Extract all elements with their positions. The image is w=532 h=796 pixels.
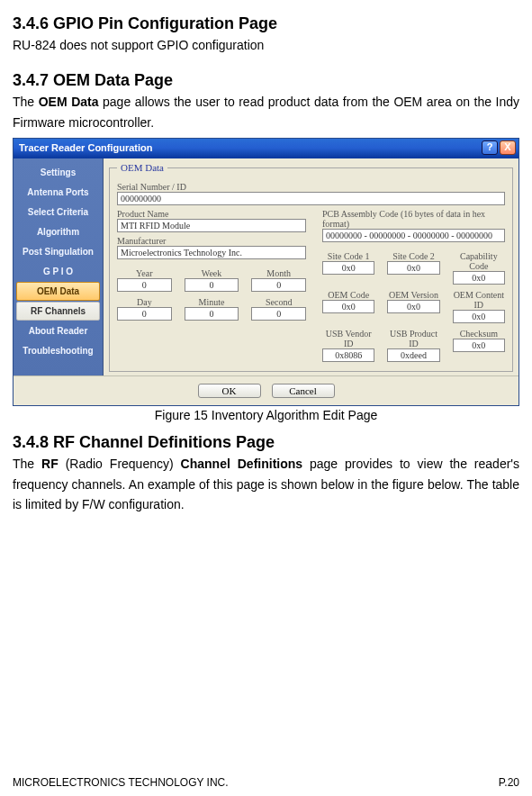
text-348: The RF (Radio Frequency) Channel Definit… — [13, 454, 519, 514]
content-pane: OEM Data Serial Number / ID 000000000 Pr… — [104, 158, 518, 375]
text-347-bold: OEM Data — [39, 95, 99, 109]
cap-field[interactable]: 0x0 — [453, 271, 505, 285]
button-bar: OK Cancel — [14, 375, 518, 405]
oemcode-field[interactable]: 0x0 — [322, 300, 374, 313]
footer-page: P.20 — [499, 776, 519, 789]
year-field[interactable]: 0 — [117, 278, 172, 292]
checksum-label: Checksum — [453, 329, 505, 339]
window-title: Tracer Reader Configuration — [19, 142, 153, 153]
text-348-b2: Channel Definitions — [181, 457, 303, 471]
heading-346: 3.4.6 GPIO Pin Configuration Page — [13, 14, 519, 33]
week-field[interactable]: 0 — [185, 278, 239, 292]
sidebar-item-antenna[interactable]: Antenna Ports — [16, 183, 100, 202]
year-label: Year — [117, 268, 172, 278]
sidebar-item-about[interactable]: About Reader — [16, 321, 100, 340]
oem-fieldset: OEM Data Serial Number / ID 000000000 Pr… — [109, 162, 513, 372]
product-id-field[interactable]: 0xdeed — [387, 348, 439, 362]
heading-347: 3.4.7 OEM Data Page — [13, 71, 519, 90]
ok-button[interactable]: OK — [198, 384, 261, 398]
pcb-field[interactable]: 00000000 - 00000000 - 00000000 - 0000000… — [322, 229, 505, 242]
close-button[interactable]: X — [500, 140, 516, 155]
sidebar-item-gpio[interactable]: G P I O — [16, 262, 100, 281]
day-field[interactable]: 0 — [117, 307, 172, 321]
titlebar[interactable]: Tracer Reader Configuration ? X — [14, 139, 518, 158]
serial-field[interactable]: 000000000 — [117, 192, 505, 205]
oemid-label: OEM Content ID — [453, 290, 505, 310]
help-button[interactable]: ? — [482, 140, 498, 155]
fieldset-legend: OEM Data — [117, 162, 167, 173]
week-label: Week — [185, 268, 239, 278]
text-346: RU-824 does not support GPIO configurati… — [13, 35, 519, 55]
minute-field[interactable]: 0 — [185, 307, 239, 321]
product-field[interactable]: MTI RFID Module — [117, 219, 306, 232]
checksum-field[interactable]: 0x0 — [453, 339, 505, 352]
serial-label: Serial Number / ID — [117, 182, 505, 192]
sidebar-item-rf[interactable]: RF Channels — [16, 302, 100, 321]
site2-label: Site Code 2 — [387, 251, 439, 261]
config-window: Tracer Reader Configuration ? X Settings… — [13, 138, 519, 406]
vendor-label: USB Vendor ID — [322, 329, 374, 348]
product-label: Product Name — [117, 209, 306, 219]
pcb-label: PCB Assembly Code (16 bytes of data in h… — [322, 209, 505, 229]
vendor-field[interactable]: 0x8086 — [322, 348, 374, 362]
sidebar-item-postsing[interactable]: Post Singulation — [16, 242, 100, 261]
oemcode-label: OEM Code — [322, 290, 374, 300]
text-348-2: (Radio Frequency) — [59, 457, 181, 471]
text-348-b1: RF — [41, 457, 59, 471]
minute-label: Minute — [185, 297, 239, 307]
manufacturer-label: Manufacturer — [117, 236, 306, 246]
sidebar-item-select[interactable]: Select Criteria — [16, 203, 100, 222]
text-348-1: The — [13, 457, 41, 471]
sidebar-item-oem[interactable]: OEM Data — [16, 282, 100, 301]
product-id-label: USB Product ID — [387, 329, 439, 348]
figure-caption: Figure 15 Inventory Algorithm Edit Page — [13, 408, 519, 422]
day-label: Day — [117, 297, 172, 307]
oemver-field[interactable]: 0x0 — [387, 300, 439, 313]
sidebar-item-algorithm[interactable]: Algorithm — [16, 222, 100, 241]
heading-348: 3.4.8 RF Channel Definitions Page — [13, 433, 519, 452]
month-label: Month — [251, 268, 306, 278]
text-347: The OEM Data page allows the user to rea… — [13, 92, 519, 132]
cap-label: Capability Code — [453, 251, 505, 271]
sidebar: Settings Antenna Ports Select Criteria A… — [14, 158, 104, 375]
manufacturer-field[interactable]: Microelectronics Technology Inc. — [117, 246, 306, 259]
month-field[interactable]: 0 — [251, 278, 306, 292]
sidebar-item-trouble[interactable]: Troubleshooting — [16, 341, 100, 360]
oemid-field[interactable]: 0x0 — [453, 310, 505, 323]
footer-company: MICROELECTRONICS TECHNOLOGY INC. — [13, 776, 229, 789]
sidebar-item-settings[interactable]: Settings — [16, 163, 100, 182]
site1-field[interactable]: 0x0 — [322, 261, 374, 275]
site2-field[interactable]: 0x0 — [387, 261, 439, 275]
text-347-pre: The — [13, 95, 39, 109]
second-field[interactable]: 0 — [251, 307, 306, 321]
cancel-button[interactable]: Cancel — [272, 384, 335, 398]
second-label: Second — [251, 297, 306, 307]
page-footer: MICROELECTRONICS TECHNOLOGY INC. P.20 — [13, 776, 519, 789]
site1-label: Site Code 1 — [322, 251, 374, 261]
oemver-label: OEM Version — [387, 290, 439, 300]
